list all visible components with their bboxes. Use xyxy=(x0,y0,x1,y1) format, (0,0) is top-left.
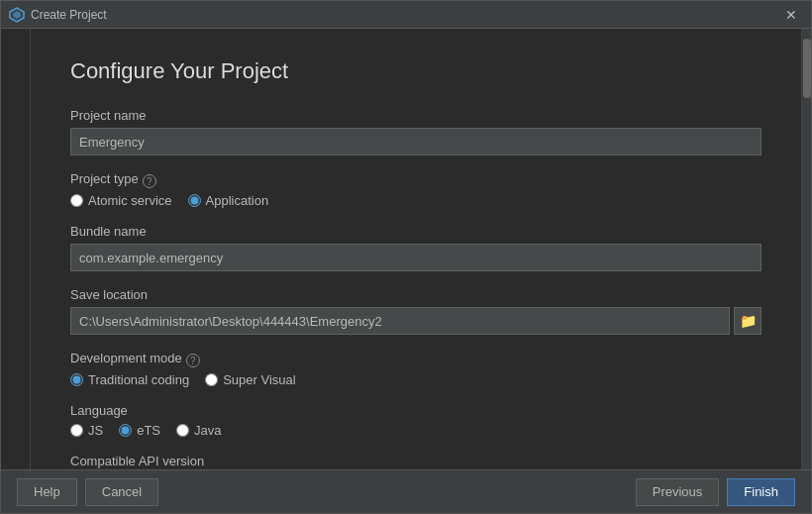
scrollbar-track[interactable] xyxy=(801,29,811,469)
save-location-row: 📁 xyxy=(70,307,761,335)
save-location-input[interactable] xyxy=(70,307,730,335)
compatible-api-group: Compatible API version SDK: API Version … xyxy=(70,454,761,469)
footer: Help Cancel Previous Finish xyxy=(1,469,811,513)
title-bar: Create Project ✕ xyxy=(1,1,811,29)
project-name-input[interactable] xyxy=(70,128,761,155)
bundle-name-label: Bundle name xyxy=(70,224,761,239)
language-label: Language xyxy=(70,403,761,418)
previous-button[interactable]: Previous xyxy=(636,478,720,506)
radio-supervisual-input[interactable] xyxy=(205,373,218,386)
save-location-label: Save location xyxy=(70,287,761,302)
bundle-name-group: Bundle name xyxy=(70,224,761,271)
folder-icon: 📁 xyxy=(740,313,757,329)
project-type-help-icon[interactable]: ? xyxy=(143,174,156,188)
cancel-button[interactable]: Cancel xyxy=(85,478,158,506)
main-content: Configure Your Project Project name Proj… xyxy=(31,29,801,469)
radio-java-label: Java xyxy=(194,423,221,438)
radio-supervisual[interactable]: Super Visual xyxy=(205,372,295,387)
save-location-group: Save location 📁 xyxy=(70,287,761,335)
development-mode-radio-group: Traditional coding Super Visual xyxy=(70,372,761,387)
development-mode-label: Development mode xyxy=(70,351,182,365)
language-group: Language JS eTS Java xyxy=(70,403,761,438)
bundle-name-input[interactable] xyxy=(70,244,761,271)
radio-ets-label: eTS xyxy=(137,423,160,438)
close-button[interactable]: ✕ xyxy=(779,6,803,24)
development-mode-help-icon[interactable]: ? xyxy=(186,354,200,367)
radio-atomic-service-input[interactable] xyxy=(70,194,83,207)
radio-ets-input[interactable] xyxy=(119,424,132,437)
language-radio-group: JS eTS Java xyxy=(70,423,761,438)
scrollbar-thumb[interactable] xyxy=(803,39,811,98)
radio-js-input[interactable] xyxy=(70,424,83,437)
radio-application-input[interactable] xyxy=(188,194,201,207)
radio-traditional[interactable]: Traditional coding xyxy=(70,372,189,387)
radio-ets[interactable]: eTS xyxy=(119,423,160,438)
dialog-title: Create Project xyxy=(31,8,779,22)
page-title: Configure Your Project xyxy=(70,58,761,84)
project-type-label: Project type xyxy=(70,171,139,186)
project-type-group: Project type ? Atomic service Applicatio… xyxy=(70,171,761,208)
footer-right: Previous Finish xyxy=(636,478,795,506)
radio-traditional-input[interactable] xyxy=(70,373,83,386)
create-project-dialog: Create Project ✕ Configure Your Project … xyxy=(0,0,812,514)
radio-supervisual-label: Super Visual xyxy=(223,372,295,387)
radio-application[interactable]: Application xyxy=(188,193,269,208)
radio-application-label: Application xyxy=(206,193,269,208)
finish-button[interactable]: Finish xyxy=(727,478,795,506)
content-area: Configure Your Project Project name Proj… xyxy=(1,29,811,469)
radio-java[interactable]: Java xyxy=(176,423,221,438)
svg-marker-1 xyxy=(13,11,21,19)
browse-folder-button[interactable]: 📁 xyxy=(734,307,761,335)
app-icon xyxy=(9,7,25,23)
radio-traditional-label: Traditional coding xyxy=(88,372,189,387)
help-button[interactable]: Help xyxy=(17,478,77,506)
sidebar xyxy=(1,29,31,469)
project-name-label: Project name xyxy=(70,108,761,123)
radio-js[interactable]: JS xyxy=(70,423,103,438)
compatible-api-label: Compatible API version xyxy=(70,454,761,468)
radio-java-input[interactable] xyxy=(176,424,189,437)
project-name-group: Project name xyxy=(70,108,761,155)
radio-js-label: JS xyxy=(88,423,103,438)
radio-atomic-service-label: Atomic service xyxy=(88,193,172,208)
project-type-radio-group: Atomic service Application xyxy=(70,193,761,208)
development-mode-group: Development mode ? Traditional coding Su… xyxy=(70,351,761,387)
radio-atomic-service[interactable]: Atomic service xyxy=(70,193,172,208)
footer-left: Help Cancel xyxy=(17,478,636,506)
